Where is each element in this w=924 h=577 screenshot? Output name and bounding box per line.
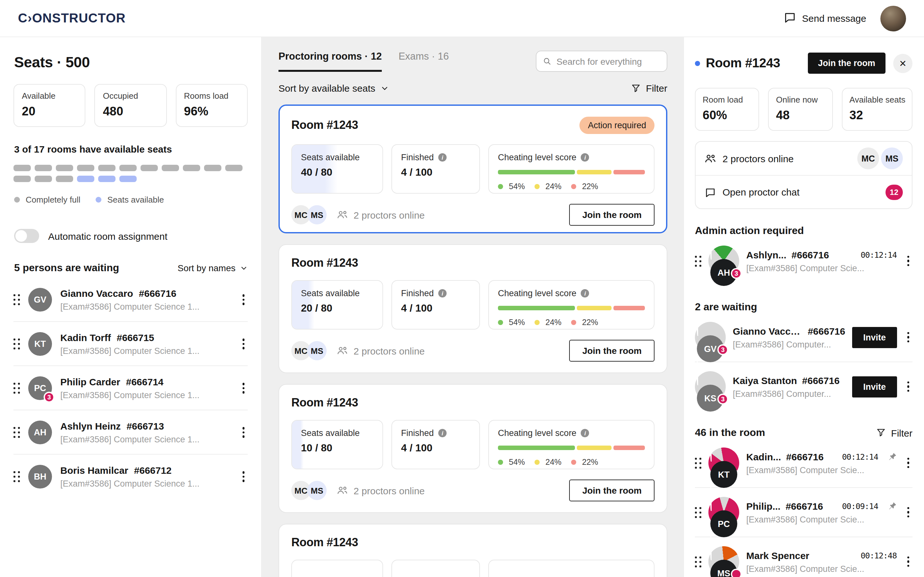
person-name: Kadin Torff <box>60 332 111 343</box>
avatar: BH <box>28 465 52 488</box>
rooms-grid <box>13 165 244 182</box>
filter-button[interactable]: Filter <box>876 427 913 438</box>
kebab-menu-icon[interactable] <box>904 455 913 471</box>
cheating-bar <box>498 170 645 174</box>
room-card-4[interactable]: Room #1243 <box>278 524 667 577</box>
drag-handle-icon[interactable] <box>13 338 20 350</box>
notification-badge <box>731 569 742 577</box>
drag-handle-icon[interactable] <box>13 294 20 305</box>
automatic-room-assignment-toggle[interactable] <box>14 229 39 243</box>
room-card-1[interactable]: Room #1243 Action required Seats availab… <box>278 105 667 234</box>
join-room-button[interactable]: Join the room <box>569 340 654 362</box>
kebab-menu-icon[interactable] <box>904 253 913 269</box>
rooms-availability-note: 3 of 17 rooms have available seats <box>14 143 248 155</box>
proctors-online-label: 2 proctors online <box>354 485 425 496</box>
green-dot-icon <box>498 320 503 325</box>
finished-card: Finishedi 4 / 100 <box>391 144 480 193</box>
join-room-button[interactable]: Join the room <box>808 53 885 74</box>
close-icon[interactable]: ✕ <box>893 53 913 73</box>
drag-handle-icon[interactable] <box>695 458 701 468</box>
search-box[interactable] <box>536 51 667 72</box>
room-row-mark[interactable]: MS Mark Spencer 00:12:48 [Exam#3586] Com… <box>695 537 913 577</box>
room-card-3[interactable]: Room #1243 Seats available 10 / 80 Finis… <box>278 384 667 513</box>
proctor-avatar: MS <box>307 205 326 224</box>
send-message-button[interactable]: Send message <box>783 11 866 26</box>
room-card-2[interactable]: Room #1243 Seats available 20 / 80 Finis… <box>278 244 667 373</box>
open-proctor-chat-button[interactable]: Open proctor chat 12 <box>696 175 912 208</box>
kebab-menu-icon[interactable] <box>239 336 248 352</box>
join-room-button[interactable]: Join the room <box>569 480 654 501</box>
kebab-menu-icon[interactable] <box>904 554 913 570</box>
kebab-menu-icon[interactable] <box>904 504 913 520</box>
info-icon[interactable]: i <box>438 289 447 298</box>
notification-badge: 3 <box>717 394 728 405</box>
drag-handle-icon[interactable] <box>13 471 20 482</box>
kebab-menu-icon[interactable] <box>239 425 248 440</box>
pin-icon[interactable] <box>887 501 897 511</box>
chevron-down-icon <box>381 84 389 92</box>
info-icon[interactable]: i <box>438 153 447 161</box>
chat-bubble-icon <box>783 11 796 26</box>
panel-room-title: Room #1243 <box>706 56 808 71</box>
funnel-icon <box>876 428 886 438</box>
user-avatar[interactable] <box>880 5 906 31</box>
waiting-row-ashlyn[interactable]: AH Ashlyn Heinz#666713 [Exam#3586] Compu… <box>13 410 248 454</box>
stat-rooms-load: Rooms load 96% <box>176 84 248 127</box>
waiting-row-philip[interactable]: PC3 Philip Carder#666714 [Exam#3586] Com… <box>13 366 248 410</box>
rooms-legend: Completely full Seats available <box>14 195 248 205</box>
room-title: Room #1243 <box>291 536 358 550</box>
person-exam: [Exam#3586] Computer Science 1... <box>60 435 231 444</box>
people-icon <box>337 346 348 355</box>
sort-by-seats-dropdown[interactable]: Sort by available seats <box>278 83 389 93</box>
cheating-score-card: Cheating level scorei 54% 24% 22% <box>488 144 654 193</box>
legend-available-label: Seats available <box>107 195 164 205</box>
red-dot-icon <box>571 320 576 325</box>
active-room-dot-icon <box>695 61 700 66</box>
kebab-menu-icon[interactable] <box>239 380 248 396</box>
avatar: GV <box>28 288 52 311</box>
waiting-row-gianno[interactable]: GV Gianno Vaccaro#666716 [Exam#3586] Com… <box>13 277 248 321</box>
info-icon[interactable]: i <box>581 289 590 298</box>
waiting-row-kadin[interactable]: KT Kadin Torff#666715 [Exam#3586] Comput… <box>13 321 248 366</box>
kebab-menu-icon[interactable] <box>904 379 913 395</box>
sort-by-names-dropdown[interactable]: Sort by names <box>178 263 248 273</box>
finished-card: Finishedi 4 / 100 <box>391 420 480 469</box>
panel-waiting-row-kaiya[interactable]: KS3 Kaiya Stanton #666716 [Exam#3586] Co… <box>695 362 913 411</box>
yellow-dot-icon <box>535 184 540 189</box>
kebab-menu-icon[interactable] <box>239 469 248 485</box>
tab-proctoring-rooms[interactable]: Proctoring rooms · 12 <box>278 51 382 72</box>
person-name: Boris Hamilcar <box>60 465 128 476</box>
room-row-philip[interactable]: PC Philip... #666716 00:09:14 [Exam#3586… <box>695 487 913 537</box>
stat-room-load: Room load 60% <box>695 88 759 131</box>
pin-icon[interactable] <box>887 452 897 461</box>
drag-handle-icon[interactable] <box>695 255 701 266</box>
kebab-menu-icon[interactable] <box>904 330 913 345</box>
drag-handle-icon[interactable] <box>695 556 701 567</box>
admin-row-ashlyn[interactable]: AH3 Ashlyn... #666716 00:12:14 [Exam#358… <box>695 237 913 285</box>
info-icon[interactable]: i <box>581 153 590 161</box>
person-name: Philip... <box>746 500 780 511</box>
yellow-dot-icon <box>535 460 540 465</box>
search-input[interactable] <box>557 56 661 66</box>
seats-available-card: Seats available 10 / 80 <box>291 420 383 469</box>
invite-button[interactable]: Invite <box>852 327 897 348</box>
join-room-button[interactable]: Join the room <box>569 204 654 226</box>
tab-exams[interactable]: Exams · 16 <box>399 51 449 72</box>
search-icon <box>543 56 551 66</box>
filter-button[interactable]: Filter <box>630 83 667 93</box>
proctors-online-label: 2 proctors online <box>354 210 425 220</box>
invite-button[interactable]: Invite <box>852 376 897 397</box>
person-id: #666716 <box>792 249 829 260</box>
people-icon <box>704 153 716 163</box>
person-exam: [Exam#3586] Computer Scie... <box>746 263 897 273</box>
chat-unread-badge: 12 <box>885 184 903 200</box>
drag-handle-icon[interactable] <box>13 383 20 394</box>
kebab-menu-icon[interactable] <box>239 292 248 308</box>
info-icon[interactable]: i <box>438 429 447 437</box>
waiting-row-boris[interactable]: BH Boris Hamilcar#666712 [Exam#3586] Com… <box>13 454 248 498</box>
room-row-kadin[interactable]: KT Kadin... #666716 00:12:14 [Exam#3586]… <box>695 438 913 487</box>
panel-waiting-row-gianno[interactable]: GV3 Gianno Vaccaro #666716 [Exam#3586] C… <box>695 313 913 362</box>
drag-handle-icon[interactable] <box>13 427 20 438</box>
drag-handle-icon[interactable] <box>695 507 701 518</box>
info-icon[interactable]: i <box>581 429 590 437</box>
